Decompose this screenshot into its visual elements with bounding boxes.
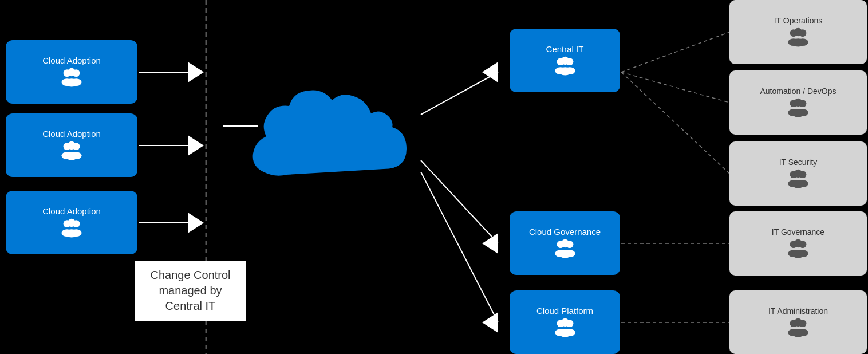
change-control-text: Change Controlmanaged byCentral IT xyxy=(150,269,230,312)
svg-point-48 xyxy=(558,329,571,337)
svg-point-17 xyxy=(68,68,76,76)
svg-point-18 xyxy=(65,78,78,86)
arrow-adoption2 xyxy=(188,135,204,156)
svg-point-54 xyxy=(792,38,804,46)
svg-point-78 xyxy=(792,329,804,337)
svg-point-23 xyxy=(68,141,76,150)
svg-point-47 xyxy=(561,318,569,327)
svg-line-8 xyxy=(621,32,729,72)
cloud-shape xyxy=(229,57,418,197)
svg-point-35 xyxy=(561,57,569,65)
cloud-adoption-box-3: Cloud Adoption xyxy=(6,191,137,254)
svg-point-71 xyxy=(794,239,802,247)
svg-point-60 xyxy=(792,109,804,117)
svg-point-36 xyxy=(558,67,571,75)
svg-point-66 xyxy=(792,180,804,188)
central-it-box: Central IT xyxy=(510,29,620,92)
cloud-platform-box: Cloud Platform xyxy=(510,290,620,354)
arrow-to-governance xyxy=(482,233,498,254)
arrow-adoption3 xyxy=(188,213,204,233)
cloud-adoption-box-2: Cloud Adoption xyxy=(6,113,137,177)
svg-point-41 xyxy=(561,239,569,247)
arrow-adoption1 xyxy=(188,62,204,82)
svg-point-53 xyxy=(794,28,802,36)
svg-point-42 xyxy=(558,250,571,258)
svg-point-59 xyxy=(794,99,802,107)
svg-point-29 xyxy=(68,219,76,227)
it-security-box: IT Security xyxy=(729,141,867,206)
svg-point-30 xyxy=(65,229,78,237)
cloud-adoption-box-1: Cloud Adoption xyxy=(6,40,137,104)
svg-line-10 xyxy=(621,72,729,174)
it-governance-box: IT Governance xyxy=(729,211,867,276)
svg-point-77 xyxy=(794,318,802,326)
automation-devops-box: Automation / DevOps xyxy=(729,70,867,135)
diagram: Cloud Adoption Cloud Adoption Cloud Adop… xyxy=(0,0,868,354)
svg-point-65 xyxy=(794,170,802,178)
arrow-to-platform xyxy=(482,312,498,333)
change-control-box: Change Controlmanaged byCentral IT xyxy=(135,261,246,321)
cloud-governance-box: Cloud Governance xyxy=(510,211,620,275)
svg-line-6 xyxy=(421,160,498,243)
svg-point-24 xyxy=(65,152,78,160)
arrow-to-central-it xyxy=(482,62,498,82)
it-operations-box: IT Operations xyxy=(729,0,867,64)
svg-point-72 xyxy=(792,250,804,258)
it-administration-box: IT Administration xyxy=(729,290,867,354)
svg-line-9 xyxy=(621,72,729,103)
